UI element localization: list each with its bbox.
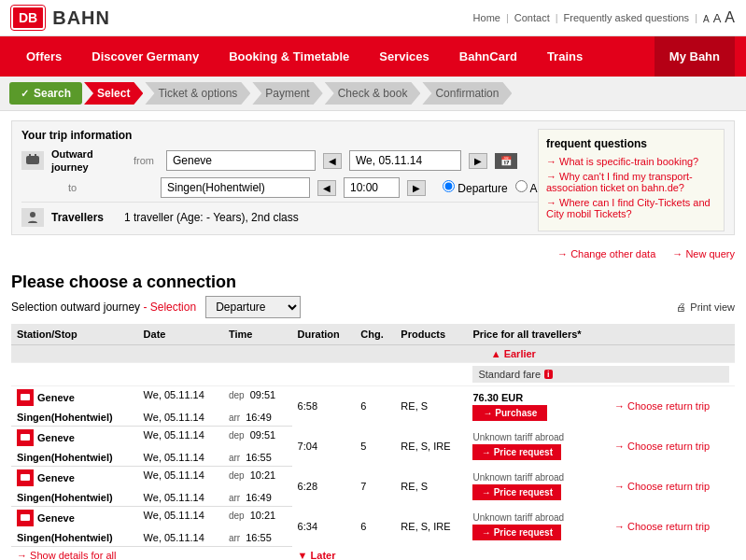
- show-details-row: Show details for all ▼ Later: [11, 547, 735, 561]
- top-links: Home | Contact | Frequently asked questi…: [473, 9, 735, 26]
- date-cell-2a: We, 05.11.14: [138, 427, 223, 450]
- col-action: [609, 324, 735, 345]
- col-products: Products: [395, 324, 467, 345]
- train-icon-3: [17, 469, 34, 486]
- table-row: Geneve We, 05.11.14 dep 09:51 6:58 6 RE,…: [11, 386, 735, 410]
- choose-return-4[interactable]: Choose return trip: [614, 521, 710, 532]
- time-cell-4b: arr 16:55: [223, 529, 292, 547]
- choose-return-3[interactable]: Choose return trip: [614, 481, 710, 492]
- from-input[interactable]: [166, 150, 316, 171]
- step-payment[interactable]: Payment: [252, 82, 322, 105]
- svg-rect-1: [29, 154, 31, 157]
- to-input[interactable]: [161, 177, 310, 198]
- time-cell-2b: arr 16:55: [223, 449, 292, 467]
- svg-rect-4: [21, 394, 30, 400]
- later-arrow-icon: ▼: [298, 550, 311, 561]
- col-price: Price for all travellers*: [467, 324, 609, 345]
- from-label: from: [134, 155, 154, 166]
- print-link[interactable]: 🖨 Print view: [676, 301, 735, 313]
- time-input[interactable]: [344, 177, 400, 198]
- next-time-btn[interactable]: ▶: [407, 180, 426, 196]
- info-icon[interactable]: i: [544, 370, 553, 379]
- departure-radio[interactable]: [443, 180, 455, 192]
- home-link[interactable]: Home: [473, 12, 500, 23]
- earlier-btn[interactable]: ▲ Earlier: [491, 348, 536, 359]
- nav-booking[interactable]: Booking & Timetable: [214, 36, 364, 77]
- selection-sub: - Selection: [143, 301, 196, 314]
- nav-discover[interactable]: Discover Germany: [77, 36, 214, 77]
- price-request-btn-2[interactable]: Price request: [472, 444, 561, 460]
- font-large[interactable]: A: [725, 9, 735, 26]
- svg-rect-2: [35, 154, 36, 157]
- travellers-value: 1 traveller (Age: - Years), 2nd class: [124, 211, 299, 224]
- choose-return-2[interactable]: Choose return trip: [614, 441, 710, 452]
- date-cell-4a: We, 05.11.14: [138, 507, 223, 530]
- change-data-link[interactable]: Change other data: [557, 248, 655, 259]
- selection-label: Selection outward journey: [11, 301, 140, 314]
- faq-item-3[interactable]: Where can I find City-Tickets and City m…: [546, 197, 716, 219]
- departure-radio-label[interactable]: Departure: [443, 180, 508, 195]
- faq-item-2[interactable]: Why can't I find my transport-associatio…: [546, 171, 716, 193]
- new-query-link[interactable]: New query: [672, 248, 735, 259]
- faq-link[interactable]: Frequently asked questions: [564, 12, 690, 23]
- nav-bahncard[interactable]: BahnCard: [444, 36, 532, 77]
- price-cell-4: Unknown tariff abroad Price request: [467, 507, 609, 547]
- prev-time-btn[interactable]: ◀: [317, 180, 336, 196]
- time-cell-1a: dep 09:51: [223, 386, 292, 410]
- selection-row: Selection outward journey - Selection De…: [11, 296, 735, 318]
- purchase-btn-1[interactable]: Purchase: [472, 405, 547, 421]
- earlier-btn-cell: ▲ Earlier: [292, 345, 735, 363]
- earlier-arrow-icon: ▲: [491, 348, 504, 359]
- step-confirmation[interactable]: Confirmation: [422, 82, 512, 105]
- later-btn[interactable]: ▼ Later: [298, 550, 336, 561]
- svg-rect-6: [21, 474, 30, 481]
- choose-return-1[interactable]: Choose return trip: [614, 400, 710, 412]
- step-select[interactable]: Select: [84, 82, 143, 105]
- step-ticket[interactable]: Ticket & options: [145, 82, 250, 105]
- price-request-btn-3[interactable]: Price request: [472, 484, 561, 500]
- faq-item-1[interactable]: What is specific-train booking?: [546, 156, 716, 167]
- products-1: RE, S: [395, 386, 467, 427]
- unknown-tariff-2: Unknown tariff abroad: [472, 432, 603, 442]
- train-icon-1: [17, 389, 34, 406]
- svg-rect-5: [21, 434, 30, 441]
- station-cell-1a: Geneve: [11, 386, 138, 410]
- duration-1: 6:58: [292, 386, 356, 427]
- col-duration: Duration: [292, 324, 356, 345]
- step-search[interactable]: ✓ Search: [9, 82, 82, 105]
- selection-info: Selection outward journey - Selection De…: [11, 296, 301, 318]
- duration-3: 6:28: [292, 467, 356, 507]
- prev-date-btn[interactable]: ◀: [323, 153, 342, 169]
- step-check-book[interactable]: Check & book: [325, 82, 421, 105]
- date-cell-1b: We, 05.11.14: [138, 409, 223, 427]
- unknown-tariff-3: Unknown tariff abroad: [472, 472, 603, 483]
- station-cell-4b: Singen(Hohentwiel): [11, 529, 138, 547]
- date-input[interactable]: [349, 150, 461, 171]
- arrival-radio[interactable]: [515, 180, 528, 192]
- font-medium[interactable]: A: [713, 11, 722, 25]
- my-bahn-link[interactable]: My Bahn: [655, 36, 735, 77]
- departure-select[interactable]: Departure: [205, 296, 301, 318]
- nav-offers[interactable]: Offers: [11, 36, 77, 77]
- station-cell-1b: Singen(Hohentwiel): [11, 409, 138, 427]
- date-cell-3b: We, 05.11.14: [138, 489, 223, 507]
- table-row: Geneve We, 05.11.14 dep 10:21 6:28 7 RE,…: [11, 467, 735, 490]
- svg-rect-7: [21, 514, 30, 521]
- changes-1: 6: [355, 386, 395, 427]
- price-request-btn-4[interactable]: Price request: [472, 525, 561, 540]
- font-small[interactable]: A: [703, 14, 710, 24]
- next-date-btn[interactable]: ▶: [469, 153, 487, 169]
- station-from-2: Geneve: [37, 432, 75, 443]
- logo-area: DB BAHN: [11, 6, 110, 30]
- products-4: RE, S, IRE: [395, 507, 467, 547]
- changes-3: 7: [355, 467, 395, 507]
- contact-link[interactable]: Contact: [514, 12, 550, 23]
- duration-4: 6:34: [292, 507, 356, 547]
- print-icon: 🖨: [676, 301, 686, 313]
- steps-bar: ✓ Search Select Ticket & options Payment…: [0, 77, 746, 111]
- nav-trains[interactable]: Trains: [532, 36, 598, 77]
- changes-2: 5: [355, 427, 395, 467]
- nav-services[interactable]: Services: [364, 36, 444, 77]
- calendar-btn[interactable]: 📅: [495, 153, 517, 169]
- show-details-btn[interactable]: Show details for all: [17, 550, 116, 560]
